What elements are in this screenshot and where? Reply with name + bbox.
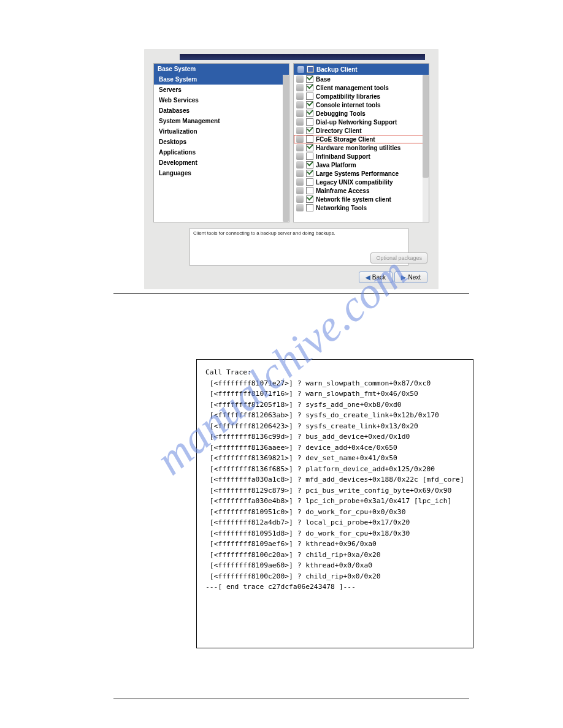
package-checkbox[interactable] bbox=[306, 204, 313, 211]
package-label: FCoE Storage Client bbox=[316, 136, 375, 143]
package-label: Compatibility libraries bbox=[316, 93, 380, 100]
package-icon bbox=[296, 161, 304, 169]
package-checkbox[interactable] bbox=[306, 187, 313, 194]
package-checkbox[interactable] bbox=[306, 170, 313, 177]
package-label: Client management tools bbox=[316, 85, 389, 91]
package-row[interactable]: FCoE Storage Client bbox=[294, 135, 429, 143]
package-label: Hardware monitoring utilities bbox=[316, 145, 400, 151]
package-icon bbox=[296, 153, 304, 160]
package-row[interactable]: Debugging Tools bbox=[294, 109, 429, 118]
category-item[interactable]: Development bbox=[154, 157, 289, 168]
package-icon bbox=[296, 178, 304, 186]
back-button[interactable]: ◀ Back bbox=[359, 271, 393, 283]
package-icon bbox=[296, 118, 304, 126]
package-header-label: Backup Client bbox=[316, 66, 358, 73]
package-row[interactable]: Console internet tools bbox=[294, 100, 429, 109]
package-checkbox[interactable] bbox=[306, 144, 313, 151]
package-label: Large Systems Performance bbox=[316, 170, 399, 177]
package-icon bbox=[296, 127, 304, 134]
package-row[interactable]: Dial-up Networking Support bbox=[294, 118, 429, 126]
package-icon bbox=[296, 101, 304, 108]
package-checkbox[interactable] bbox=[306, 161, 313, 169]
package-icon bbox=[296, 75, 304, 83]
package-icon bbox=[296, 204, 304, 211]
package-label: Console internet tools bbox=[316, 102, 381, 108]
package-icon bbox=[296, 110, 304, 117]
next-button-label: Next bbox=[408, 274, 421, 281]
package-group-checkbox[interactable] bbox=[307, 66, 314, 73]
category-item[interactable]: System Management bbox=[154, 116, 289, 126]
category-item[interactable]: Desktops bbox=[154, 137, 289, 147]
package-icon bbox=[296, 195, 304, 203]
category-list: Base SystemServersWeb ServicesDatabasesS… bbox=[154, 74, 289, 178]
package-checkbox[interactable] bbox=[306, 84, 313, 91]
category-item[interactable]: Databases bbox=[154, 105, 289, 116]
package-icon bbox=[296, 144, 304, 151]
package-checkbox[interactable] bbox=[306, 178, 313, 186]
package-label: Directory Client bbox=[316, 127, 361, 134]
package-label: Dial-up Networking Support bbox=[316, 119, 397, 126]
category-item[interactable]: Base System bbox=[154, 74, 289, 85]
package-checkbox[interactable] bbox=[306, 110, 313, 117]
package-checkbox[interactable] bbox=[306, 118, 313, 126]
package-checkbox[interactable] bbox=[306, 195, 313, 203]
package-label: Debugging Tools bbox=[316, 110, 366, 117]
call-trace-body: [<ffffffff81071e27>] ? warn_slowpath_com… bbox=[205, 379, 464, 580]
package-selection-dialog: Base System Base SystemServersWeb Servic… bbox=[144, 49, 439, 289]
back-button-label: Back bbox=[372, 274, 386, 281]
horizontal-rule bbox=[113, 293, 469, 294]
package-pane: Backup Client BaseClient management tool… bbox=[293, 63, 429, 222]
package-row[interactable]: Legacy UNIX compatibility bbox=[294, 178, 429, 186]
category-scrollbar[interactable] bbox=[283, 75, 289, 222]
package-checkbox[interactable] bbox=[306, 93, 313, 100]
category-item[interactable]: Servers bbox=[154, 85, 289, 95]
package-label: Networking Tools bbox=[316, 205, 367, 211]
arrow-left-icon: ◀ bbox=[366, 274, 370, 281]
package-pane-header: Backup Client bbox=[294, 64, 429, 75]
package-row[interactable]: Client management tools bbox=[294, 83, 429, 92]
package-row[interactable]: Infiniband Support bbox=[294, 152, 429, 161]
package-label: Java Platform bbox=[316, 162, 356, 169]
call-trace-footer: ---[ end trace c27dcfa06e243478 ]--- bbox=[205, 583, 356, 591]
next-button[interactable]: ▶ Next bbox=[394, 271, 427, 283]
package-icon bbox=[296, 135, 304, 143]
category-header-label: Base System bbox=[158, 66, 196, 72]
horizontal-rule-bottom bbox=[113, 699, 469, 699]
call-trace-header: Call Trace: bbox=[205, 368, 251, 376]
package-row[interactable]: Java Platform bbox=[294, 161, 429, 169]
package-row[interactable]: Hardware monitoring utilities bbox=[294, 143, 429, 152]
package-row[interactable]: Base bbox=[294, 75, 429, 83]
package-row[interactable]: Mainframe Access bbox=[294, 186, 429, 195]
optional-packages-button[interactable]: Optional packages bbox=[370, 252, 427, 264]
package-label: Infiniband Support bbox=[316, 153, 370, 160]
package-scrollbar[interactable] bbox=[423, 75, 429, 222]
category-item[interactable]: Virtualization bbox=[154, 126, 289, 137]
package-row[interactable]: Networking Tools bbox=[294, 203, 429, 212]
category-item[interactable]: Web Services bbox=[154, 95, 289, 105]
package-icon bbox=[296, 187, 304, 194]
package-row[interactable]: Directory Client bbox=[294, 126, 429, 135]
package-label: Legacy UNIX compatibility bbox=[316, 179, 393, 186]
package-icon bbox=[296, 170, 304, 177]
package-icon bbox=[296, 93, 304, 100]
package-checkbox[interactable] bbox=[306, 135, 313, 143]
call-trace-box: Call Trace: [<ffffffff81071e27>] ? warn_… bbox=[196, 359, 473, 648]
category-pane-header: Base System bbox=[154, 64, 289, 74]
dialog-titlebar bbox=[180, 54, 425, 60]
package-checkbox[interactable] bbox=[306, 101, 313, 108]
category-item[interactable]: Languages bbox=[154, 168, 289, 178]
package-checkbox[interactable] bbox=[306, 127, 313, 134]
package-row[interactable]: Compatibility libraries bbox=[294, 92, 429, 100]
package-checkbox[interactable] bbox=[306, 75, 313, 83]
package-icon bbox=[296, 84, 304, 91]
category-pane: Base System Base SystemServersWeb Servic… bbox=[153, 63, 289, 222]
package-row[interactable]: Large Systems Performance bbox=[294, 169, 429, 178]
package-group-icon bbox=[297, 66, 304, 73]
package-row[interactable]: Network file system client bbox=[294, 195, 429, 203]
package-list: BaseClient management toolsCompatibility… bbox=[294, 75, 429, 222]
package-label: Network file system client bbox=[316, 196, 391, 203]
arrow-right-icon: ▶ bbox=[401, 274, 406, 281]
category-item[interactable]: Applications bbox=[154, 147, 289, 157]
package-label: Base bbox=[316, 76, 331, 83]
package-checkbox[interactable] bbox=[306, 153, 313, 160]
